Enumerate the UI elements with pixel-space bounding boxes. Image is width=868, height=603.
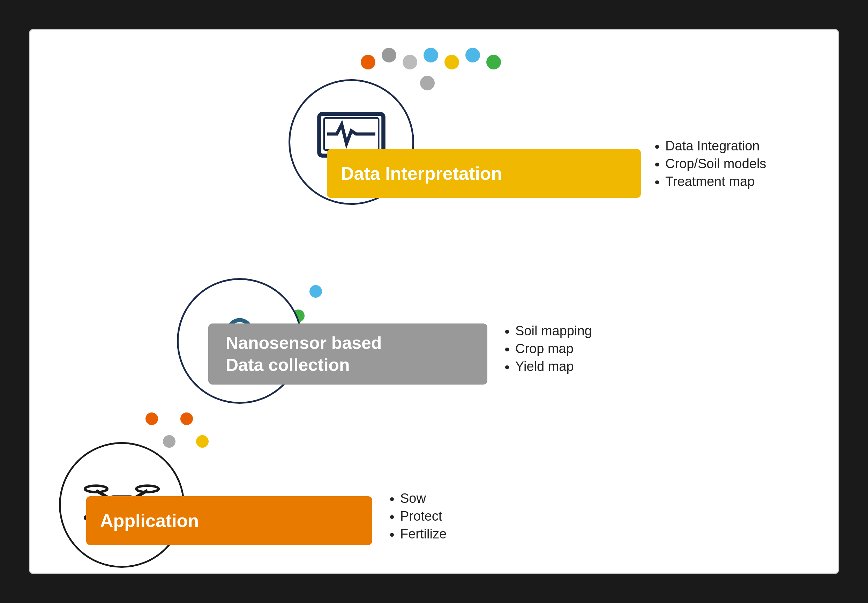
dot-yellow-1 bbox=[445, 55, 459, 70]
dot-gray-1 bbox=[381, 48, 396, 62]
bullet-soil-mapping: Soil mapping bbox=[515, 323, 592, 339]
bullet-sow: Sow bbox=[400, 491, 446, 506]
dot-blue-1 bbox=[423, 48, 438, 62]
bullet-treatment-map: Treatment map bbox=[665, 174, 766, 189]
dot-green-1 bbox=[487, 55, 501, 70]
nanosensor-bullets: Soil mapping Crop map Yield map bbox=[505, 323, 592, 377]
bullet-protect: Protect bbox=[400, 509, 446, 524]
dot-gray-2 bbox=[403, 55, 417, 70]
dot-connect-gray bbox=[163, 435, 176, 448]
bullet-yield-map: Yield map bbox=[515, 359, 592, 374]
bullet-crop-soil: Crop/Soil models bbox=[665, 156, 766, 171]
svg-point-12 bbox=[136, 486, 158, 492]
application-text: Application bbox=[100, 510, 199, 532]
data-interpretation-bullets: Data Integration Crop/Soil models Treatm… bbox=[655, 139, 766, 192]
data-interpretation-label: Data Interpretation bbox=[327, 149, 641, 198]
dot-orange-1 bbox=[361, 55, 375, 70]
dot-connect-blue bbox=[309, 285, 322, 298]
data-interpretation-text: Data Interpretation bbox=[341, 162, 502, 184]
dot-connect-orange2 bbox=[145, 413, 158, 425]
slide-container: Data Interpretation Data Integration Cro… bbox=[29, 29, 839, 574]
svg-point-11 bbox=[85, 486, 107, 492]
dot-connect-orange bbox=[181, 413, 193, 425]
application-bullets: Sow Protect Fertilize bbox=[390, 491, 446, 544]
bullet-data-integration: Data Integration bbox=[665, 139, 766, 153]
dot-connect-yellow bbox=[196, 435, 209, 448]
nanosensor-text: Nanosensor basedData collection bbox=[226, 332, 381, 376]
dot-blue-2 bbox=[465, 48, 480, 62]
application-label: Application bbox=[86, 496, 372, 545]
dot-gray-center bbox=[420, 76, 435, 90]
nanosensor-label: Nanosensor basedData collection bbox=[208, 323, 487, 385]
bullet-fertilize: Fertilize bbox=[400, 527, 446, 541]
bullet-crop-map: Crop map bbox=[515, 341, 592, 356]
